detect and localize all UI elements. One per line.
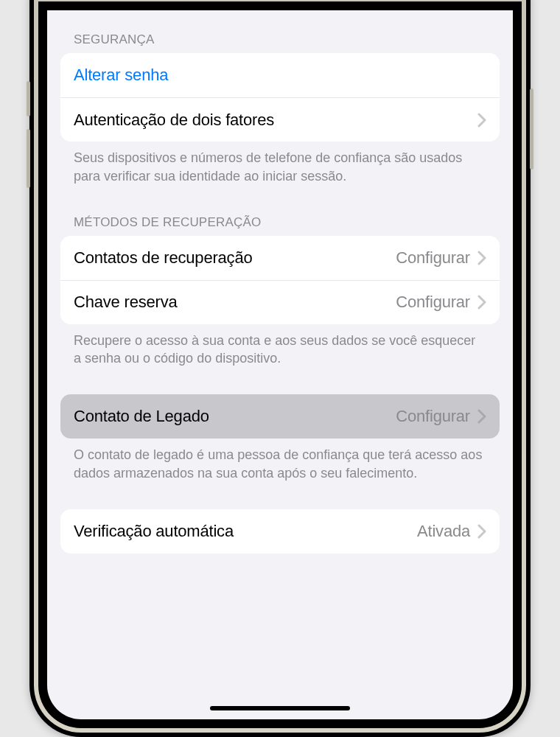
recovery-key-label: Chave reserva — [74, 293, 177, 312]
section-footer-recovery: Recupere o acesso à sua conta e aos seus… — [60, 324, 500, 368]
section-header-security: SEGURANÇA — [60, 25, 500, 53]
phone-frame: SEGURANÇA Alterar senha Autenticação de … — [29, 0, 531, 737]
auto-verification-label: Verificação automática — [74, 522, 234, 541]
chevron-right-icon — [477, 524, 486, 539]
row-two-factor[interactable]: Autenticação de dois fatores — [60, 97, 500, 142]
phone-bezel: SEGURANÇA Alterar senha Autenticação de … — [34, 0, 526, 733]
legacy-contact-label: Contato de Legado — [74, 407, 209, 426]
volume-down-button — [27, 129, 30, 188]
recovery-contacts-label: Contatos de recuperação — [74, 248, 252, 268]
chevron-right-icon — [477, 113, 486, 128]
two-factor-label: Autenticação de dois fatores — [74, 111, 274, 130]
auto-verification-value: Ativada — [417, 522, 470, 541]
group-auto-verification: Verificação automática Ativada — [60, 509, 500, 553]
settings-screen[interactable]: SEGURANÇA Alterar senha Autenticação de … — [47, 10, 513, 719]
volume-up-button — [27, 81, 30, 116]
recovery-contacts-value: Configurar — [396, 248, 470, 268]
chevron-right-icon — [477, 251, 486, 265]
side-button — [530, 88, 533, 170]
legacy-contact-value: Configurar — [396, 407, 470, 426]
chevron-right-icon — [477, 409, 486, 424]
section-footer-legacy: O contato de legado é uma pessoa de conf… — [60, 439, 500, 483]
row-change-password[interactable]: Alterar senha — [60, 53, 500, 97]
row-legacy-contact[interactable]: Contato de Legado Configurar — [60, 394, 500, 439]
phone-screen-border: SEGURANÇA Alterar senha Autenticação de … — [38, 1, 522, 728]
section-footer-security: Seus dispositivos e números de telefone … — [60, 142, 500, 186]
recovery-key-value: Configurar — [396, 293, 470, 312]
group-security: Alterar senha Autenticação de dois fator… — [60, 53, 500, 142]
row-auto-verification[interactable]: Verificação automática Ativada — [60, 509, 500, 553]
change-password-label: Alterar senha — [74, 66, 168, 85]
row-recovery-key[interactable]: Chave reserva Configurar — [60, 280, 500, 324]
section-header-recovery: MÉTODOS DE RECUPERAÇÃO — [60, 208, 500, 236]
group-recovery: Contatos de recuperação Configurar Chave… — [60, 236, 500, 324]
row-recovery-contacts[interactable]: Contatos de recuperação Configurar — [60, 236, 500, 280]
home-indicator[interactable] — [210, 706, 350, 710]
chevron-right-icon — [477, 295, 486, 310]
group-legacy: Contato de Legado Configurar — [60, 394, 500, 439]
